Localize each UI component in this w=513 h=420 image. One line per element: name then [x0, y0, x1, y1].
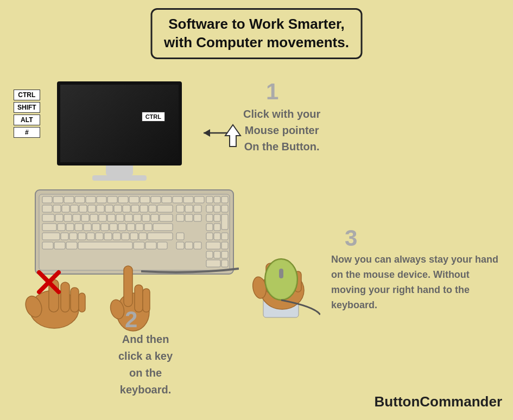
monitor-stand — [106, 166, 133, 175]
svg-rect-53 — [134, 214, 141, 221]
svg-rect-95 — [54, 242, 65, 249]
monitor: CTRL — [57, 81, 182, 166]
svg-rect-22 — [221, 196, 228, 203]
step3-text-content: Now you can always stay your hand on the… — [331, 254, 498, 310]
svg-rect-61 — [214, 214, 220, 221]
svg-rect-59 — [194, 214, 201, 221]
svg-rect-42 — [221, 205, 228, 212]
monitor-ctrl-button[interactable]: CTRL — [142, 112, 165, 122]
svg-rect-67 — [84, 224, 91, 231]
svg-rect-9 — [86, 196, 96, 203]
svg-rect-81 — [78, 233, 86, 240]
svg-rect-109 — [206, 260, 220, 267]
svg-rect-115 — [79, 293, 85, 312]
svg-rect-57 — [176, 214, 184, 221]
svg-rect-100 — [157, 242, 167, 249]
svg-rect-8 — [75, 196, 85, 203]
svg-rect-68 — [92, 224, 100, 231]
title-box: Software to Work Smarter, with Computer … — [150, 8, 363, 59]
step2-text-line3: on the — [129, 367, 162, 379]
step1-text: Click with your Mouse pointer On the But… — [243, 106, 320, 155]
svg-rect-73 — [136, 224, 143, 231]
step2-text-line2: click a key — [118, 350, 173, 362]
step1-text-line1: Click with your — [243, 108, 320, 120]
svg-rect-120 — [124, 266, 132, 307]
svg-rect-88 — [139, 233, 147, 240]
svg-rect-15 — [151, 196, 161, 203]
svg-rect-86 — [122, 233, 129, 240]
svg-rect-60 — [206, 214, 213, 221]
step2-text: And then click a key on the keyboard. — [118, 331, 173, 398]
svg-rect-16 — [162, 196, 172, 203]
step1-text-line3: On the Button. — [244, 141, 320, 152]
svg-rect-38 — [185, 205, 193, 212]
monitor-screen — [60, 85, 179, 162]
svg-rect-87 — [130, 233, 138, 240]
svg-rect-34 — [140, 205, 148, 212]
svg-rect-92 — [214, 233, 220, 240]
svg-rect-20 — [206, 196, 213, 203]
title-text: Software to Work Smarter, with Computer … — [164, 15, 349, 52]
svg-rect-10 — [97, 196, 106, 203]
svg-rect-43 — [42, 214, 54, 221]
key-ctrl[interactable]: CTRL — [14, 90, 40, 100]
svg-rect-50 — [107, 214, 115, 221]
svg-rect-29 — [97, 205, 104, 212]
svg-rect-80 — [69, 233, 77, 240]
svg-rect-77 — [214, 224, 220, 231]
svg-rect-101 — [176, 242, 184, 249]
svg-rect-96 — [66, 242, 77, 249]
svg-rect-106 — [206, 251, 213, 258]
svg-rect-83 — [96, 233, 103, 240]
title-line2: with Computer movements. — [164, 34, 349, 50]
svg-rect-93 — [221, 233, 228, 240]
step2-text-line4: keyboard. — [120, 384, 171, 396]
svg-rect-98 — [134, 242, 144, 249]
svg-rect-48 — [90, 214, 98, 221]
svg-rect-65 — [66, 224, 74, 231]
svg-marker-1 — [204, 129, 210, 137]
key-shift[interactable]: SHIFT — [14, 102, 40, 113]
svg-rect-41 — [214, 205, 220, 212]
svg-rect-18 — [183, 196, 193, 203]
svg-rect-31 — [114, 205, 122, 212]
svg-rect-51 — [116, 214, 124, 221]
svg-rect-52 — [125, 214, 132, 221]
svg-rect-47 — [81, 214, 89, 221]
svg-rect-85 — [113, 233, 121, 240]
svg-rect-37 — [176, 205, 184, 212]
svg-rect-94 — [42, 242, 53, 249]
key-alt[interactable]: ALT — [14, 114, 40, 125]
svg-rect-13 — [129, 196, 139, 203]
svg-rect-74 — [144, 224, 152, 231]
monitor-base — [92, 175, 147, 181]
svg-rect-76 — [206, 224, 213, 231]
svg-rect-11 — [107, 196, 117, 203]
svg-rect-32 — [123, 205, 130, 212]
svg-rect-89 — [148, 233, 173, 240]
monitor-area: CTRL — [57, 81, 182, 181]
title-line1: Software to Work Smarter, — [168, 16, 345, 32]
svg-rect-27 — [79, 205, 87, 212]
svg-rect-90 — [176, 233, 184, 240]
mouse-icon — [233, 244, 320, 326]
key-hash[interactable]: # — [14, 127, 40, 138]
svg-rect-110 — [221, 260, 228, 267]
svg-rect-12 — [118, 196, 128, 203]
arrow-area — [193, 117, 247, 151]
svg-rect-44 — [55, 214, 63, 221]
svg-rect-114 — [71, 288, 79, 312]
svg-rect-21 — [214, 196, 220, 203]
svg-rect-113 — [61, 282, 69, 312]
svg-rect-49 — [99, 214, 106, 221]
brand-text: ButtonCommander — [375, 393, 502, 410]
svg-rect-14 — [140, 196, 150, 203]
svg-rect-63 — [42, 224, 56, 231]
svg-rect-72 — [127, 224, 135, 231]
svg-rect-78 — [42, 233, 60, 240]
key-labels: CTRL SHIFT ALT # — [14, 90, 40, 138]
step1-number: 1 — [266, 79, 278, 105]
svg-rect-19 — [194, 196, 204, 203]
svg-rect-62 — [221, 214, 228, 230]
svg-rect-105 — [221, 242, 228, 249]
